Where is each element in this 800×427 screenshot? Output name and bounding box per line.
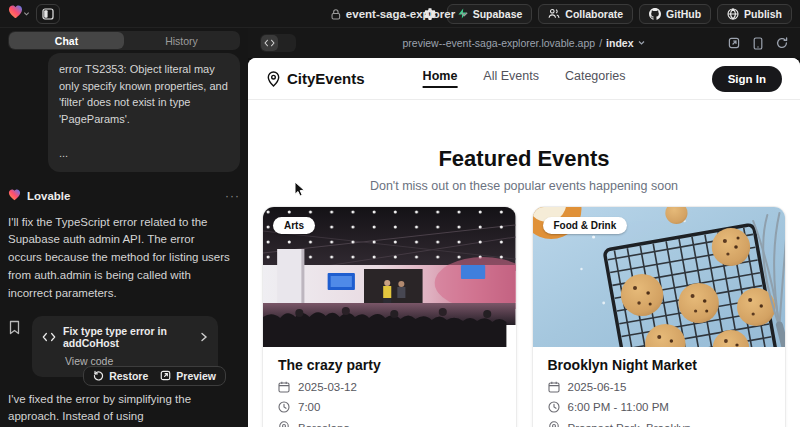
collaborate-button[interactable]: Collaborate [538,4,633,24]
assistant-header: Lovable ··· [8,187,240,205]
github-icon [649,8,661,20]
code-change-row: Fix type type error in addCoHost View co… [8,316,240,377]
top-bar: event-saga-explorer Supabase [0,0,800,28]
assistant-name: Lovable [27,190,70,202]
panel-toggle-button[interactable] [36,4,60,24]
featured-subheading: Don't miss out on these popular events h… [248,179,800,193]
tab-history[interactable]: History [124,32,239,49]
tab-chat[interactable]: Chat [9,32,124,49]
preview-pane: preview--event-saga-explorer.lovable.app… [248,28,800,427]
error-text: error TS2353: Object literal may only sp… [59,61,229,127]
event-title: Brooklyn Night Market [548,357,771,373]
category-badge: Arts [273,217,315,234]
code-preview-toggle[interactable] [260,34,296,52]
message-hover-toolbar: Restore Preview [83,366,226,386]
lock-icon [331,9,341,20]
chevron-right-icon [200,332,208,342]
site-nav: Home All Events Categories [423,69,626,88]
refresh-icon [776,37,788,49]
external-link-icon [728,37,740,49]
open-in-new-tab-button[interactable] [728,37,740,49]
preview-url: preview--event-saga-explorer.lovable.app [403,37,596,49]
location-pin-icon [278,421,290,427]
mobile-view-button[interactable] [753,37,763,50]
clock-icon [278,401,290,413]
event-title: The crazy party [278,357,501,373]
site-brand[interactable]: CityEvents [266,70,365,87]
panel-toggle-icon [42,8,54,20]
project-name: event-saga-explorer [346,8,455,20]
chat-sidebar: Chat History error TS2353: Object litera… [0,28,248,427]
lovable-app: event-saga-explorer Supabase [0,0,800,427]
featured-heading: Featured Events [248,146,800,172]
preview-route: index [606,37,633,49]
assistant-message-2: I've fixed the error by simplifying the … [8,391,240,427]
preview-site: CityEvents Home All Events Categories Si… [248,58,800,427]
code-view-icon [264,39,275,47]
refresh-button[interactable] [776,37,788,49]
code-icon [42,332,56,342]
message-menu-button[interactable]: ··· [225,189,240,203]
code-change-title: Fix type type error in addCoHost [63,325,193,349]
external-link-icon [160,370,171,381]
event-location-row: Barcelona [278,421,501,427]
featured-section: Featured Events Don't miss out on these … [248,146,800,193]
event-image-cookies: Food & Drink [533,207,786,347]
view-code-link[interactable]: View code [65,355,208,367]
project-switcher[interactable]: event-saga-explorer [331,0,469,28]
lovable-logo-menu[interactable] [8,4,30,24]
nav-home[interactable]: Home [423,69,458,88]
event-time-row: 6:00 PM - 11:00 PM [548,401,771,413]
publish-button[interactable]: Publish [717,4,792,24]
lovable-heart-icon [8,187,21,205]
sign-in-button[interactable]: Sign In [712,66,782,92]
preview-chrome-bar: preview--event-saga-explorer.lovable.app… [248,28,800,58]
chevron-down-icon [460,10,469,19]
globe-icon [727,8,739,20]
event-card-night-market[interactable]: Food & Drink Brooklyn Night Market 2025-… [532,206,787,427]
github-button[interactable]: GitHub [639,4,711,24]
collaborate-icon [548,8,560,19]
map-pin-icon [266,71,281,87]
site-header: CityEvents Home All Events Categories Si… [248,58,800,100]
bookmark-icon[interactable] [8,316,24,377]
chat-history-tabs: Chat History [8,31,240,50]
preview-url-selector[interactable]: preview--event-saga-explorer.lovable.app… [403,37,646,49]
event-date-row: 2025-06-15 [548,381,771,393]
user-error-message: error TS2353: Object literal may only sp… [48,53,240,172]
error-ellipsis: ... [59,145,229,162]
restore-icon [93,370,104,381]
assistant-message-1: I'll fix the TypeScript error related to… [8,214,240,303]
chevron-down-icon [637,39,645,47]
event-image-party: Arts [263,207,516,347]
restore-button[interactable]: Restore [93,370,148,382]
category-badge: Food & Drink [543,217,628,234]
event-time-row: 7:00 [278,401,501,413]
calendar-icon [548,381,560,393]
location-pin-icon [548,421,560,427]
preview-button[interactable]: Preview [160,370,216,382]
smartphone-icon [753,37,763,50]
event-card-crazy-party[interactable]: Arts The crazy party 2025-03-12 [262,206,517,427]
event-cards: Arts The crazy party 2025-03-12 [248,193,800,427]
chevron-down-icon [23,10,30,18]
calendar-icon [278,381,290,393]
nav-all-events[interactable]: All Events [483,69,539,88]
lovable-logo-icon [8,5,23,23]
event-location-row: Prospect Park, Brooklyn [548,421,771,427]
clock-icon [548,401,560,413]
nav-categories[interactable]: Categories [565,69,625,88]
event-date-row: 2025-03-12 [278,381,501,393]
